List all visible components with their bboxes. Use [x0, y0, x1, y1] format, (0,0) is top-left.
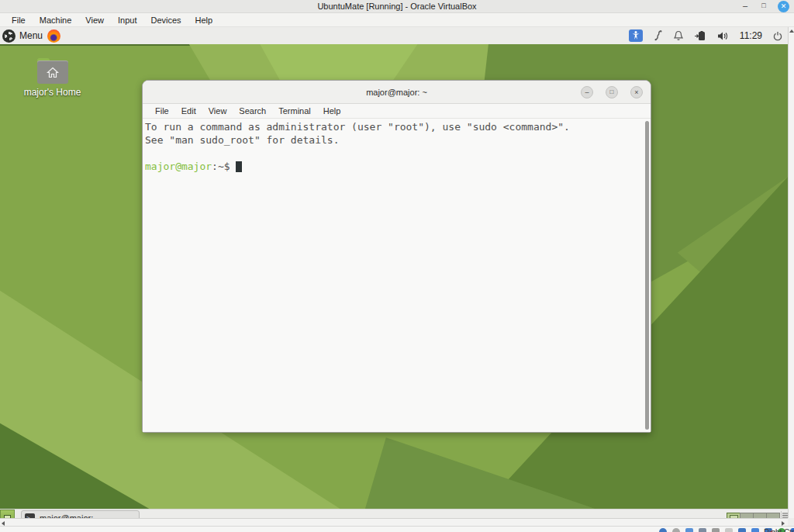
- vm-horizontal-scrollbar[interactable]: [0, 518, 788, 526]
- scroll-up-arrow-icon[interactable]: [789, 29, 794, 33]
- scrollbar-corner: [788, 518, 794, 526]
- workspace-cell-4[interactable]: [766, 513, 780, 518]
- network-icon[interactable]: [699, 528, 706, 532]
- system-tray: 11:29: [629, 29, 788, 42]
- terminal-prompt-line: major@major:~$: [145, 160, 648, 173]
- terminal-menu-view[interactable]: View: [202, 106, 233, 116]
- vbox-statusbar: Right Ctrl: [0, 526, 794, 532]
- folder-icon: [37, 58, 68, 84]
- recording-icon[interactable]: [751, 528, 759, 532]
- display-icon[interactable]: [738, 528, 746, 532]
- vm-vertical-scrollbar[interactable]: [788, 27, 794, 518]
- terminal-maximize-button[interactable]: □: [606, 86, 618, 98]
- terminal-close-button[interactable]: ×: [630, 86, 643, 98]
- vbox-menu-view[interactable]: View: [78, 13, 111, 27]
- terminal-cursor: [236, 161, 242, 172]
- terminal-menu-help[interactable]: Help: [317, 106, 347, 116]
- mate-menu-button[interactable]: Menu: [0, 27, 47, 44]
- prompt-user: major@major: [145, 161, 212, 172]
- taskbar-item-terminal[interactable]: >_ major@major:: [21, 510, 140, 518]
- optical-disk-icon[interactable]: [672, 528, 680, 532]
- terminal-minimize-button[interactable]: –: [581, 86, 593, 98]
- shared-folders-icon[interactable]: [725, 528, 733, 532]
- terminal-titlebar[interactable]: major@major: ~ – □ ×: [143, 81, 651, 104]
- vm-display: Menu 11:29: [0, 27, 788, 518]
- terminal-menu-file[interactable]: File: [149, 106, 175, 116]
- mate-bottom-panel: >_ major@major: ▾: [0, 509, 788, 518]
- audio-icon[interactable]: [685, 528, 693, 532]
- vbox-menu-devices[interactable]: Devices: [143, 13, 188, 27]
- shutdown-power-icon[interactable]: [773, 31, 782, 41]
- workspace-cell-2[interactable]: [740, 513, 754, 518]
- panel-clock[interactable]: 11:29: [740, 30, 762, 41]
- vbox-minimize-button[interactable]: –: [740, 1, 751, 12]
- mate-menu-label: Menu: [19, 30, 43, 41]
- terminal-menu-terminal[interactable]: Terminal: [272, 106, 317, 116]
- volume-icon[interactable]: [717, 31, 729, 41]
- notifications-bell-icon[interactable]: [674, 30, 683, 41]
- desktop-home-folder[interactable]: major's Home: [23, 58, 81, 98]
- terminal-output[interactable]: To run a command as administrator (user …: [143, 119, 651, 432]
- vbox-window-title: UbuntuMate [Running] - Oracle VirtualBox: [0, 0, 794, 13]
- terminal-scrollbar[interactable]: [645, 121, 649, 430]
- terminal-menu-edit[interactable]: Edit: [175, 106, 202, 116]
- workspace-cell-1[interactable]: [727, 513, 740, 518]
- bluetooth-icon[interactable]: [654, 30, 663, 41]
- prompt-path: :~$: [212, 161, 230, 172]
- mate-top-panel: Menu 11:29: [0, 27, 788, 44]
- terminal-title: major@major: ~: [143, 81, 651, 104]
- vbox-menubar: File Machine View Input Devices Help: [0, 13, 794, 27]
- terminal-blank-line: [145, 147, 648, 160]
- show-desktop-button[interactable]: [0, 510, 15, 518]
- terminal-line: See "man sudo_root" for details.: [145, 133, 648, 147]
- usb-icon[interactable]: [712, 528, 720, 532]
- battery-icon[interactable]: [694, 31, 706, 41]
- folder-body: [37, 60, 68, 84]
- terminal-menu-search[interactable]: Search: [233, 106, 272, 116]
- virtualbox-window: UbuntuMate [Running] - Oracle VirtualBox…: [0, 0, 794, 532]
- vbox-close-button[interactable]: ✕: [778, 1, 789, 12]
- vbox-menu-help[interactable]: Help: [188, 13, 220, 27]
- terminal-window: major@major: ~ – □ × File Edit View Sear…: [142, 80, 651, 433]
- vbox-titlebar: UbuntuMate [Running] - Oracle VirtualBox…: [0, 0, 794, 13]
- vbox-menu-machine[interactable]: Machine: [33, 13, 79, 27]
- hard-disk-icon[interactable]: [659, 528, 667, 532]
- terminal-line: To run a command as administrator (user …: [145, 120, 648, 133]
- terminal-menubar: File Edit View Search Terminal Help: [143, 104, 651, 119]
- workspace-cell-3[interactable]: [753, 513, 767, 518]
- vbox-menu-file[interactable]: File: [5, 13, 33, 27]
- vbox-menu-input[interactable]: Input: [111, 13, 143, 27]
- firefox-launcher-icon[interactable]: [47, 29, 60, 43]
- home-folder-label: major's Home: [23, 87, 81, 98]
- workspace-switcher: [727, 513, 780, 518]
- host-key-label: Right Ctrl: [764, 528, 794, 532]
- accessibility-icon[interactable]: [629, 29, 643, 42]
- mate-logo-icon: [2, 29, 16, 43]
- window-list-applet[interactable]: ▾: [781, 511, 788, 518]
- vbox-maximize-button[interactable]: □: [758, 1, 769, 12]
